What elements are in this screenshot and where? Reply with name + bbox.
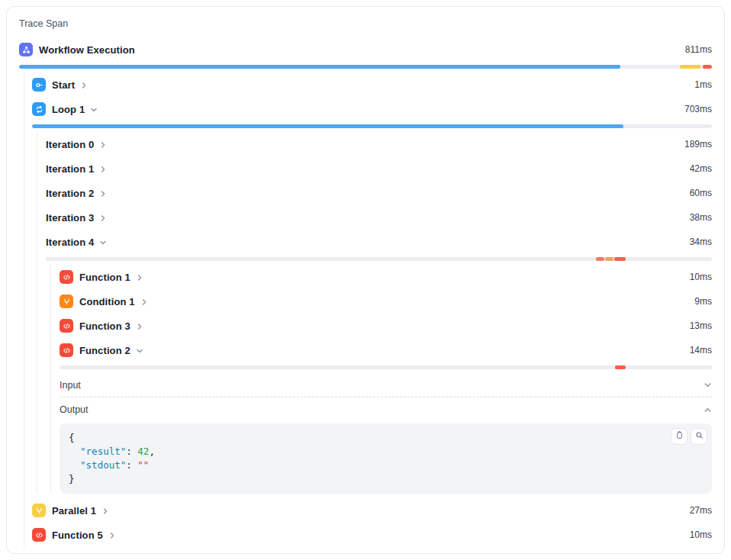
function-2-timeline-bar xyxy=(60,365,712,369)
iteration-4-children: Function 1 10ms Condition 1 9ms xyxy=(50,265,712,494)
node-row-loop-1[interactable]: Loop 1 703ms xyxy=(32,97,712,121)
node-row-function-3[interactable]: Function 3 13ms xyxy=(60,314,712,338)
node-row-function-1[interactable]: Function 1 10ms xyxy=(60,265,712,289)
search-button[interactable] xyxy=(691,428,707,445)
chevron-up-icon xyxy=(704,406,712,414)
workflow-icon xyxy=(19,43,33,56)
chevron-right-icon xyxy=(99,190,107,198)
panel-title: Trace Span xyxy=(19,18,712,30)
output-label: Output xyxy=(60,404,89,415)
node-row-function-5[interactable]: Function 5 10ms xyxy=(32,523,712,547)
copy-button[interactable] xyxy=(671,428,688,445)
node-row-start[interactable]: Start 1ms xyxy=(32,72,712,97)
node-row-function-2[interactable]: Function 2 14ms xyxy=(60,338,712,362)
chevron-down-icon xyxy=(90,106,98,114)
condition-icon xyxy=(60,294,73,308)
loop-icon xyxy=(32,102,46,116)
input-section-toggle[interactable]: Input xyxy=(60,373,712,397)
iteration-row-3[interactable]: Iteration 3 38ms xyxy=(46,205,712,230)
output-section-toggle[interactable]: Output xyxy=(60,397,712,422)
node-row-condition-1[interactable]: Condition 1 9ms xyxy=(60,289,712,314)
iteration-4-timeline-bar xyxy=(46,257,712,261)
chevron-right-icon xyxy=(99,214,107,222)
chevron-down-icon xyxy=(704,381,712,389)
trace-span-panel: Trace Span Workflow Execution 811ms Star… xyxy=(6,6,725,554)
code-icon xyxy=(60,343,73,357)
workflow-children: Start 1ms Loop 1 703ms Iteration 0 189ms xyxy=(24,72,712,547)
output-code-block: { "result": 42, "stdout": ""} xyxy=(60,423,712,494)
copy-icon xyxy=(675,430,684,443)
input-label: Input xyxy=(60,380,81,391)
node-duration: 1ms xyxy=(694,79,712,90)
code-icon xyxy=(60,319,73,333)
workflow-execution-row[interactable]: Workflow Execution 811ms xyxy=(19,37,712,62)
workflow-label: Workflow Execution xyxy=(39,44,135,56)
output-json: { "result": 42, "stdout": ""} xyxy=(69,431,703,486)
node-label: Start xyxy=(52,79,75,91)
chevron-right-icon xyxy=(108,532,116,539)
node-label: Loop 1 xyxy=(52,104,85,115)
code-actions xyxy=(671,428,707,445)
node-duration: 703ms xyxy=(684,104,712,114)
iteration-row-2[interactable]: Iteration 2 60ms xyxy=(46,181,712,205)
chevron-right-icon xyxy=(136,274,143,282)
chevron-right-icon xyxy=(99,141,107,149)
node-row-parallel-1[interactable]: Parallel 1 27ms xyxy=(32,498,712,523)
parallel-icon xyxy=(32,504,46,517)
loop-timeline-bar xyxy=(32,124,712,128)
iteration-row-1[interactable]: Iteration 1 42ms xyxy=(46,156,712,181)
chevron-down-icon xyxy=(136,347,143,355)
chevron-right-icon xyxy=(99,166,107,173)
chevron-right-icon xyxy=(140,298,148,306)
iteration-row-0[interactable]: Iteration 0 189ms xyxy=(46,132,712,156)
start-icon xyxy=(32,78,46,92)
chevron-right-icon xyxy=(80,82,88,89)
chevron-right-icon xyxy=(101,507,109,515)
workflow-timeline-bar xyxy=(19,65,712,69)
iteration-row-4[interactable]: Iteration 4 34ms xyxy=(46,230,712,254)
workflow-duration: 811ms xyxy=(685,44,712,55)
code-icon xyxy=(60,270,73,284)
search-icon xyxy=(694,430,704,443)
code-icon xyxy=(32,528,46,542)
chevron-right-icon xyxy=(136,323,143,330)
loop-children: Iteration 0 189ms Iteration 1 42ms Itera… xyxy=(37,132,712,494)
chevron-down-icon xyxy=(99,239,107,246)
